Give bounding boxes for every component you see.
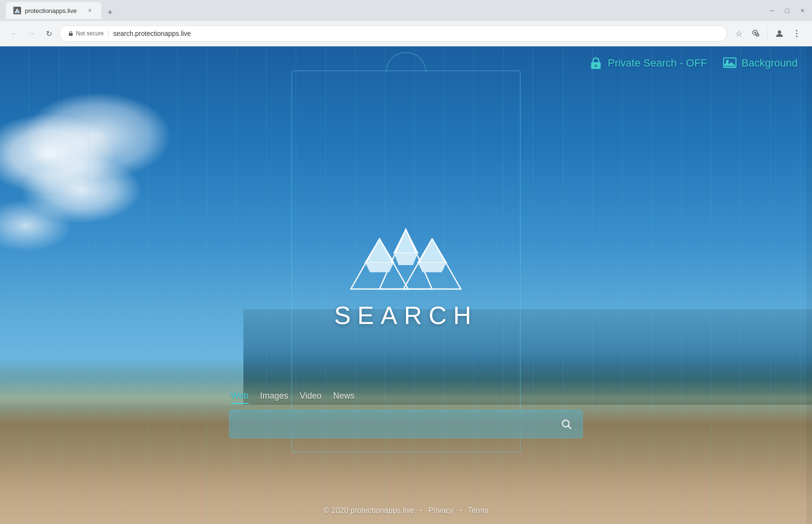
logo-text: SEARCH [334,301,478,330]
svg-rect-15 [724,66,736,67]
copyright-text: © 2020 protectionapps.live [324,506,415,515]
tab-images[interactable]: Images [260,389,288,404]
menu-button[interactable] [789,26,804,41]
svg-marker-17 [365,239,394,263]
privacy-link[interactable]: Privacy [428,506,453,515]
tab-favicon-icon [13,7,21,14]
private-search-label: Private Search - OFF [608,57,707,69]
svg-point-25 [562,420,569,427]
svg-rect-12 [594,65,597,67]
page-content: Private Search - OFF Background [0,46,812,524]
terms-link[interactable]: Terms [468,506,489,515]
url-display[interactable]: search.protectionapps.live [113,30,719,37]
private-search-button[interactable]: Private Search - OFF [589,56,707,70]
address-separator: | [108,30,110,37]
toolbar-divider [768,28,768,39]
window-controls: − □ × [768,7,806,14]
svg-marker-18 [418,239,447,263]
search-submit-button[interactable] [558,415,575,433]
lock-icon [67,30,74,37]
search-area: Web Images Video News [229,389,583,438]
title-bar: protectionapps.live × + − □ × [0,0,812,21]
maximize-button[interactable]: □ [783,7,791,14]
scrollbar-track[interactable] [806,46,812,524]
svg-point-10 [796,36,798,37]
bookmark-button[interactable]: ☆ [731,26,746,41]
search-icon [560,418,572,430]
footer-dot-1: • [420,506,423,515]
not-secure-indicator: Not secure [67,30,104,37]
search-input[interactable] [237,419,558,429]
back-button[interactable]: ← [8,27,21,40]
background-label: Background [742,57,798,69]
address-input-container[interactable]: Not secure | search.protectionapps.live [59,25,727,42]
svg-marker-22 [394,253,418,265]
toolbar-actions: ☆ [731,26,804,41]
tab-title: protectionapps.live [25,7,82,14]
minimize-button[interactable]: − [768,7,776,14]
tab-video[interactable]: Video [300,389,322,404]
background-button[interactable]: Background [723,56,798,70]
svg-point-7 [778,31,781,34]
svg-point-6 [754,32,756,33]
browser-chrome: protectionapps.live × + − □ × ← → ↻ Not … [0,0,812,46]
logo-mountain-icon [339,220,473,306]
footer-dot-2: • [459,506,462,515]
lock-private-icon [589,56,603,70]
footer: © 2020 protectionapps.live • Privacy • T… [324,506,489,515]
logo-container: SEARCH [334,220,478,330]
svg-marker-23 [365,263,394,272]
extensions-button[interactable] [748,26,764,41]
beach-background [0,357,812,524]
svg-point-9 [796,33,798,34]
svg-line-26 [569,426,571,429]
profile-button[interactable] [772,26,787,41]
svg-rect-3 [69,33,73,36]
search-tabs: Web Images Video News [229,389,583,404]
forward-button[interactable]: → [25,27,38,40]
close-button[interactable]: × [799,7,806,14]
tab-area: protectionapps.live × + [6,2,768,19]
search-box [229,410,583,438]
tab-news[interactable]: News [333,389,354,404]
tab-close-button[interactable]: × [86,7,94,14]
address-bar: ← → ↻ Not secure | search.protectionapps… [0,21,812,46]
svg-point-5 [756,33,759,37]
new-tab-button[interactable]: + [103,6,117,19]
tab-web[interactable]: Web [231,389,249,404]
svg-marker-24 [418,263,447,272]
active-tab[interactable]: protectionapps.live × [6,2,101,19]
top-controls: Private Search - OFF Background [589,56,798,70]
background-icon [723,56,737,70]
reload-button[interactable]: ↻ [42,27,55,40]
svg-point-8 [796,30,798,32]
